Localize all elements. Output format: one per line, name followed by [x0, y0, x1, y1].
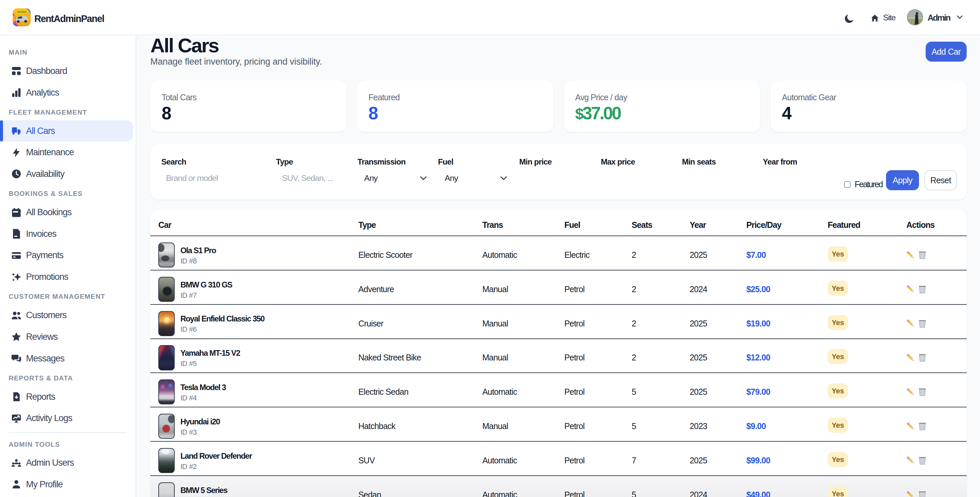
svg-text:Car Rent: Car Rent [18, 11, 27, 13]
